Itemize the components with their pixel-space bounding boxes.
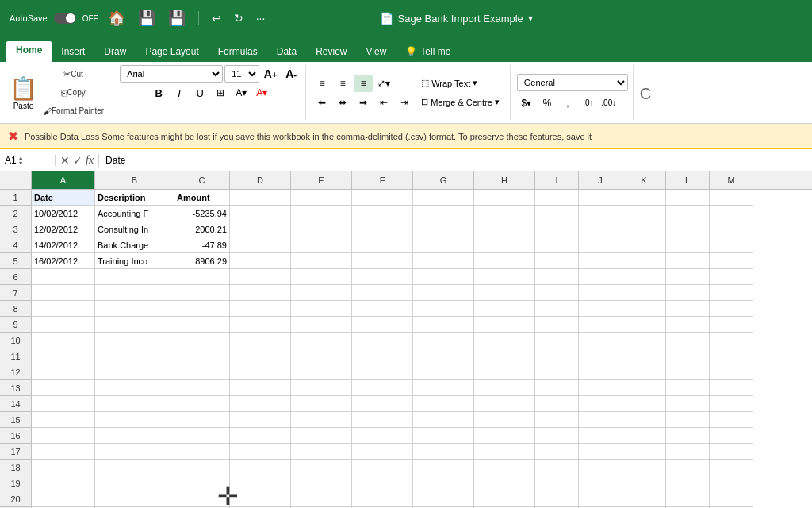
cell-A4[interactable]: 14/02/2012 [32,237,95,253]
cell-D3[interactable] [230,221,291,237]
cell-A5[interactable]: 16/02/2012 [32,253,95,269]
redo-icon[interactable]: ↻ [231,10,247,26]
indent-increase-button[interactable]: ⇥ [395,94,414,111]
cell-C16[interactable] [174,428,230,444]
home-icon[interactable]: 🏠 [105,8,128,29]
cell-F3[interactable] [352,221,413,237]
cell-L2[interactable] [666,206,710,221]
cell-F19[interactable] [352,475,413,491]
cell-G18[interactable] [413,460,474,475]
cell-B5[interactable]: Training Inco [95,253,174,269]
underline-button[interactable]: U [190,84,209,102]
wrap-text-button[interactable]: ⬚ Wrap Text ▾ [416,75,505,92]
currency-button[interactable]: $▾ [517,94,536,112]
cell-K7[interactable] [622,285,666,301]
cell-I10[interactable] [535,333,579,348]
cell-F20[interactable] [352,491,413,507]
comma-button[interactable]: , [558,94,577,112]
paste-button[interactable]: 📋 Paste [10,75,37,110]
cell-B18[interactable] [95,460,174,475]
cell-L3[interactable] [666,221,710,237]
cell-L11[interactable] [666,348,710,364]
cell-M3[interactable] [710,221,753,237]
cell-H3[interactable] [474,221,535,237]
col-header-m[interactable]: M [710,171,753,189]
row-header-15[interactable]: 15 [0,412,32,428]
cell-J7[interactable] [579,285,622,301]
cell-C3[interactable]: 2000.21 [174,221,230,237]
cell-E9[interactable] [291,317,352,333]
cell-M7[interactable] [710,285,753,301]
cell-L20[interactable] [666,491,710,507]
cell-L6[interactable] [666,269,710,285]
indent-decrease-button[interactable]: ⇤ [374,94,393,111]
cell-L17[interactable] [666,444,710,460]
cell-A9[interactable] [32,317,95,333]
cell-G3[interactable] [413,221,474,237]
formula-input[interactable] [99,155,812,166]
font-color-button[interactable]: A▾ [252,84,271,102]
cell-B12[interactable] [95,364,174,380]
row-header-6[interactable]: 6 [0,269,32,285]
cell-I12[interactable] [535,364,579,380]
save-icon[interactable]: 💾 [135,8,159,29]
tab-review[interactable]: Review [306,43,356,62]
cell-K9[interactable] [622,317,666,333]
col-header-a[interactable]: A [32,171,95,189]
cell-D15[interactable] [230,412,291,428]
cell-D17[interactable] [230,444,291,460]
cell-K4[interactable] [622,237,666,253]
merge-centre-button[interactable]: ⊟ Merge & Centre ▾ [416,94,505,111]
cell-J17[interactable] [579,444,622,460]
cell-D18[interactable] [230,460,291,475]
cell-E2[interactable] [291,206,352,221]
cell-K20[interactable] [622,491,666,507]
copy-button[interactable]: ⎘ Copy [39,84,108,102]
cell-G16[interactable] [413,428,474,444]
cell-G11[interactable] [413,348,474,364]
cell-M10[interactable] [710,333,753,348]
cell-F18[interactable] [352,460,413,475]
cell-J12[interactable] [579,364,622,380]
cell-E4[interactable] [291,237,352,253]
cell-K11[interactable] [622,348,666,364]
cell-B3[interactable]: Consulting In [95,221,174,237]
cell-H5[interactable] [474,253,535,269]
confirm-formula-button[interactable]: ✓ [73,154,82,167]
cell-L13[interactable] [666,380,710,396]
cell-C8[interactable] [174,301,230,317]
cell-F6[interactable] [352,269,413,285]
cell-E6[interactable] [291,269,352,285]
cell-A2[interactable]: 10/02/2012 [32,206,95,221]
cell-G12[interactable] [413,364,474,380]
cell-G17[interactable] [413,444,474,460]
bold-button[interactable]: B [149,84,168,102]
cell-A6[interactable] [32,269,95,285]
format-painter-button[interactable]: 🖌 Format Painter [39,102,108,120]
cell-M1[interactable] [710,190,753,206]
cell-M11[interactable] [710,348,753,364]
cell-B1[interactable]: Description [95,190,174,206]
cell-M6[interactable] [710,269,753,285]
cell-A19[interactable] [32,475,95,491]
title-dropdown-icon[interactable]: ▾ [528,13,533,24]
cell-H6[interactable] [474,269,535,285]
cell-F7[interactable] [352,285,413,301]
cell-C17[interactable] [174,444,230,460]
row-header-19[interactable]: 19 [0,475,32,491]
cell-H9[interactable] [474,317,535,333]
cell-E19[interactable] [291,475,352,491]
cell-F15[interactable] [352,412,413,428]
cell-H2[interactable] [474,206,535,221]
cell-C7[interactable] [174,285,230,301]
cell-L14[interactable] [666,396,710,412]
cell-J5[interactable] [579,253,622,269]
cell-E13[interactable] [291,380,352,396]
cell-F1[interactable] [352,190,413,206]
cell-L16[interactable] [666,428,710,444]
cell-F11[interactable] [352,348,413,364]
cell-E10[interactable] [291,333,352,348]
undo-icon[interactable]: ↩ [209,10,224,26]
cell-M4[interactable] [710,237,753,253]
font-size-select[interactable]: 11 [224,65,259,83]
